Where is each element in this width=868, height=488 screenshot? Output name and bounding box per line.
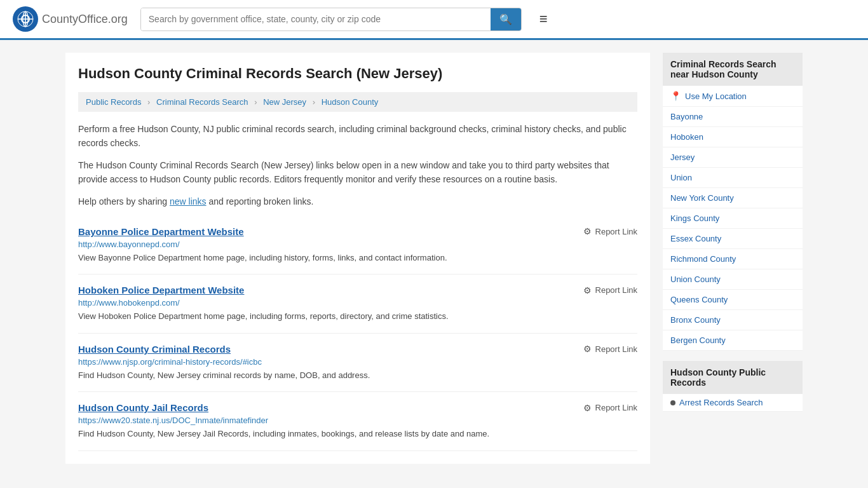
result-url-4[interactable]: https://www20.state.nj.us/DOC_Inmate/inm… [78, 416, 637, 425]
report-icon-2: ⚙ [583, 285, 592, 295]
result-item: Hoboken Police Department Website ⚙ Repo… [78, 274, 637, 334]
criminal-sidebar-box: Criminal Records Search near Hudson Coun… [663, 53, 803, 351]
description-2: The Hudson County Criminal Records Searc… [78, 158, 637, 187]
public-records-sidebar-header: Hudson County Public Records [663, 361, 803, 394]
dot-icon [670, 400, 675, 405]
sidebar: Criminal Records Search near Hudson Coun… [663, 53, 803, 464]
criminal-sidebar-header: Criminal Records Search near Hudson Coun… [663, 53, 803, 86]
logo-icon [13, 6, 38, 32]
report-icon-1: ⚙ [583, 226, 592, 236]
result-title-2[interactable]: Hoboken Police Department Website [78, 285, 244, 295]
report-link-2[interactable]: ⚙ Report Link [583, 285, 637, 295]
logo-text: CountyOffice.org [42, 13, 128, 26]
hamburger-icon: ≡ [539, 11, 548, 27]
result-desc-4: Find Hudson County, New Jersey Jail Reco… [78, 428, 637, 440]
result-url-1[interactable]: http://www.bayonnepd.com/ [78, 240, 637, 249]
report-icon-3: ⚙ [583, 344, 592, 354]
search-button[interactable]: 🔍 [491, 8, 521, 30]
result-url-2[interactable]: http://www.hobokenpd.com/ [78, 298, 637, 308]
search-bar: 🔍 [140, 8, 522, 31]
result-title-1[interactable]: Bayonne Police Department Website [78, 226, 244, 237]
sidebar-nearby-essex-county[interactable]: Essex County [663, 229, 803, 249]
report-icon-4: ⚙ [583, 403, 592, 413]
results-list: Bayonne Police Department Website ⚙ Repo… [78, 216, 637, 451]
breadcrumb-public-records[interactable]: Public Records [86, 97, 141, 107]
page-container: Hudson County Criminal Records Search (N… [53, 40, 815, 477]
result-title-4[interactable]: Hudson County Jail Records [78, 402, 208, 413]
use-my-location-link[interactable]: Use My Location [685, 92, 747, 101]
breadcrumb: Public Records › Criminal Records Search… [78, 92, 637, 112]
site-header: CountyOffice.org 🔍 ≡ [0, 0, 868, 40]
pin-icon: 📍 [670, 91, 681, 101]
report-link-4[interactable]: ⚙ Report Link [583, 403, 637, 413]
sidebar-arrest-records[interactable]: Arrest Records Search [663, 394, 803, 412]
result-item: Hudson County Criminal Records ⚙ Report … [78, 334, 637, 393]
result-desc-1: View Bayonne Police Department home page… [78, 252, 637, 264]
result-url-3[interactable]: https://www.njsp.org/criminal-history-re… [78, 357, 637, 367]
search-input[interactable] [141, 8, 491, 30]
result-item: Bayonne Police Department Website ⚙ Repo… [78, 216, 637, 275]
sidebar-nearby-queens-county[interactable]: Queens County [663, 290, 803, 310]
result-desc-3: Find Hudson County, New Jersey criminal … [78, 369, 637, 382]
sidebar-nearby-jersey[interactable]: Jersey [663, 147, 803, 168]
breadcrumb-criminal-records-search[interactable]: Criminal Records Search [156, 97, 248, 107]
description-1: Perform a free Hudson County, NJ public … [78, 122, 637, 151]
breadcrumb-new-jersey[interactable]: New Jersey [263, 97, 306, 107]
breadcrumb-hudson-county[interactable]: Hudson County [322, 97, 379, 107]
menu-button[interactable]: ≡ [534, 10, 553, 29]
page-title: Hudson County Criminal Records Search (N… [78, 65, 637, 82]
report-link-3[interactable]: ⚙ Report Link [583, 344, 637, 354]
sidebar-nearby-union[interactable]: Union [663, 168, 803, 188]
public-records-sidebar-box: Hudson County Public Records Arrest Reco… [663, 361, 803, 412]
sidebar-nearby-kings-county[interactable]: Kings County [663, 208, 803, 229]
sidebar-nearby-bronx-county[interactable]: Bronx County [663, 310, 803, 330]
logo-link[interactable]: CountyOffice.org [13, 6, 128, 32]
result-title-3[interactable]: Hudson County Criminal Records [78, 344, 231, 355]
sidebar-nearby-bayonne[interactable]: Bayonne [663, 107, 803, 127]
sidebar-nearby-hoboken[interactable]: Hoboken [663, 127, 803, 147]
description-3: Help others by sharing new links and rep… [78, 194, 637, 208]
use-my-location-item[interactable]: 📍 Use My Location [663, 86, 803, 107]
sidebar-nearby-union-county[interactable]: Union County [663, 269, 803, 290]
search-icon: 🔍 [499, 14, 512, 25]
sidebar-nearby-richmond-county[interactable]: Richmond County [663, 249, 803, 269]
new-links-link[interactable]: new links [170, 196, 207, 207]
result-desc-2: View Hoboken Police Department home page… [78, 310, 637, 323]
main-content: Hudson County Criminal Records Search (N… [65, 53, 650, 464]
sidebar-nearby-new-york-county[interactable]: New York County [663, 188, 803, 208]
result-item: Hudson County Jail Records ⚙ Report Link… [78, 392, 637, 451]
report-link-1[interactable]: ⚙ Report Link [583, 226, 637, 236]
sidebar-nearby-bergen-county[interactable]: Bergen County [663, 330, 803, 351]
